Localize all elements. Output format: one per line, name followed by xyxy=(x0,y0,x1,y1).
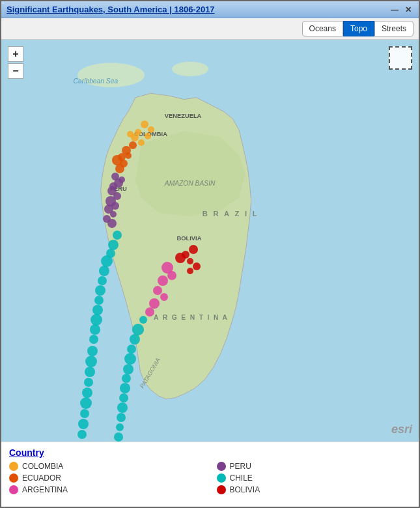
earthquake-dot xyxy=(98,276,107,285)
basemap-streets-button[interactable]: Streets xyxy=(374,21,413,36)
earthquake-dot xyxy=(77,430,87,439)
legend-item: ECUADOR xyxy=(9,473,204,483)
earthquake-dot xyxy=(95,285,105,296)
earthquake-dot xyxy=(115,164,124,173)
earthquake-dot xyxy=(187,268,193,274)
earthquake-dot xyxy=(99,266,109,276)
legend-color-swatch xyxy=(9,473,18,483)
zoom-in-button[interactable]: + xyxy=(8,46,23,62)
earthquake-dot xyxy=(148,126,154,133)
legend-item-label: BOLIVIA xyxy=(230,485,260,494)
legend-color-swatch xyxy=(217,462,226,471)
svg-text:BOLIVIA: BOLIVIA xyxy=(177,235,202,242)
legend-color-swatch xyxy=(9,462,18,471)
minimize-button[interactable]: — xyxy=(389,5,400,14)
earthquake-dot xyxy=(80,409,89,418)
earthquake-dot xyxy=(107,219,117,228)
map-svg: Caribbean Sea VENEZUELA COLOMBIA AMAZON … xyxy=(1,40,419,442)
main-window: Significant Earthquakes, South America |… xyxy=(0,0,420,508)
earthquake-dot xyxy=(78,419,89,429)
legend-item: CHILE xyxy=(217,473,412,483)
earthquake-dot xyxy=(87,346,98,356)
earthquake-dot xyxy=(175,253,186,263)
earthquake-dot xyxy=(119,393,128,402)
earthquake-dot xyxy=(116,423,124,431)
earthquake-dot xyxy=(120,383,130,393)
legend-color-swatch xyxy=(217,485,226,494)
basemap-toolbar: Oceans Topo Streets xyxy=(1,18,419,40)
earthquake-dot xyxy=(127,345,136,354)
zoom-out-button[interactable]: − xyxy=(8,63,23,79)
earthquake-dot xyxy=(139,316,147,324)
earthquake-dot xyxy=(127,131,133,137)
legend-item: COLOMBIA xyxy=(9,462,204,471)
earthquake-dot xyxy=(158,275,168,286)
legend: Country COLOMBIAPERUECUADORCHILEARGENTIN… xyxy=(1,442,419,507)
earthquake-dot xyxy=(125,152,132,159)
earthquake-dot xyxy=(114,432,123,442)
legend-color-swatch xyxy=(9,485,18,494)
svg-text:AMAZON BASIN: AMAZON BASIN xyxy=(164,180,216,187)
close-button[interactable]: ✕ xyxy=(403,5,413,14)
legend-item: BOLIVIA xyxy=(217,485,412,494)
basemap-topo-button[interactable]: Topo xyxy=(343,21,374,36)
earthquake-dot xyxy=(145,307,154,317)
svg-text:Caribbean Sea: Caribbean Sea xyxy=(74,78,119,85)
legend-item-label: CHILE xyxy=(230,473,253,483)
earthquake-dot xyxy=(85,356,97,367)
svg-point-2 xyxy=(172,62,208,76)
zoom-controls: + − xyxy=(8,46,23,79)
earthquake-dot xyxy=(141,120,148,128)
earthquake-dot xyxy=(110,211,117,218)
legend-item-label: COLOMBIA xyxy=(22,462,63,471)
earthquake-dot xyxy=(80,397,92,409)
legend-item-label: PERU xyxy=(230,462,251,471)
earthquake-dot xyxy=(167,271,176,280)
window-title: Significant Earthquakes, South America |… xyxy=(7,5,215,14)
earthquake-dot xyxy=(122,374,131,383)
earthquake-dot xyxy=(123,364,133,374)
earthquake-dot xyxy=(145,133,151,139)
earthquake-dot xyxy=(90,324,100,335)
esri-logo: esri xyxy=(391,423,412,436)
map-container: Caribbean Sea VENEZUELA COLOMBIA AMAZON … xyxy=(1,40,419,442)
legend-item: ARGENTINA xyxy=(9,485,204,494)
legend-item: PERU xyxy=(217,462,412,471)
legend-color-swatch xyxy=(217,473,226,483)
earthquake-dot xyxy=(138,139,145,146)
legend-grid: COLOMBIAPERUECUADORCHILEARGENTINABOLIVIA xyxy=(9,462,411,494)
earthquake-dot xyxy=(193,262,201,270)
svg-text:A R G E N T I N A: A R G E N T I N A xyxy=(154,314,229,321)
earthquake-dot xyxy=(117,413,126,422)
legend-item-label: ECUADOR xyxy=(22,473,61,483)
earthquake-dot xyxy=(84,378,93,387)
title-bar: Significant Earthquakes, South America |… xyxy=(1,1,419,18)
earthquake-dot xyxy=(124,353,136,365)
earthquake-dot xyxy=(94,296,104,305)
earthquake-dot xyxy=(130,334,140,345)
earthquake-dot xyxy=(189,245,198,254)
svg-text:B R A Z I L: B R A Z I L xyxy=(203,210,259,218)
earthquake-dot xyxy=(160,293,168,301)
earthquake-dot xyxy=(113,231,122,240)
legend-item-label: ARGENTINA xyxy=(22,485,68,494)
earthquake-dot xyxy=(117,402,128,413)
earthquake-dot xyxy=(82,388,92,398)
legend-title[interactable]: Country xyxy=(9,447,411,458)
basemap-oceans-button[interactable]: Oceans xyxy=(302,21,343,36)
earthquake-dot xyxy=(89,335,98,344)
select-rectangle-button[interactable] xyxy=(389,46,412,70)
earthquake-dot xyxy=(119,176,125,183)
svg-text:VENEZUELA: VENEZUELA xyxy=(165,113,202,119)
earthquake-dot xyxy=(85,367,95,377)
earthquake-dot xyxy=(187,258,193,264)
window-controls: — ✕ xyxy=(389,5,413,14)
